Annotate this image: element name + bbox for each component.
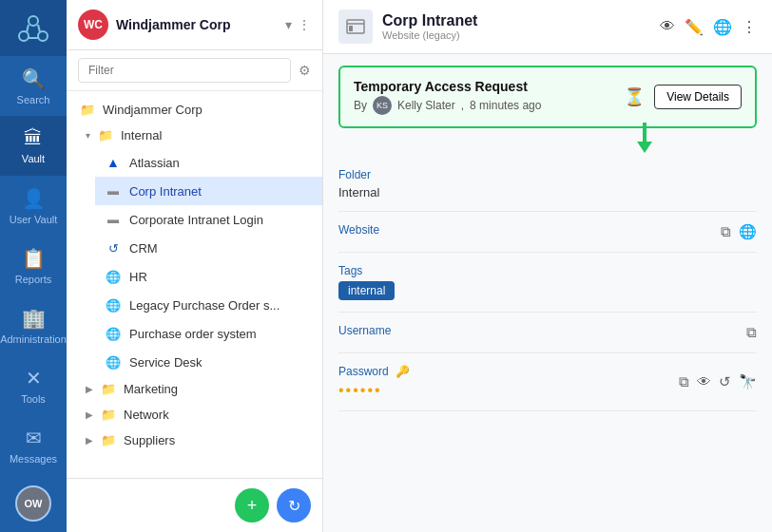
password-left: Password 🔑 •••••• bbox=[338, 365, 410, 399]
add-button[interactable]: + bbox=[235, 488, 269, 522]
folder-icon-marketing: 📁 bbox=[101, 382, 116, 396]
sidebar: WC Windjammer Corp ▾ ⋮ ⚙ 📁 Windjammer Co… bbox=[67, 0, 323, 532]
main-content: Corp Intranet Website (legacy) 👁 ✏️ 🌐 ⋮ … bbox=[323, 0, 772, 532]
main-header: Corp Intranet Website (legacy) 👁 ✏️ 🌐 ⋮ bbox=[323, 0, 772, 54]
tree-container: 📁 Windjammer Corp ▾ 📁 Internal ▲ Atlassi… bbox=[67, 91, 322, 478]
globe-icon-service: 🌐 bbox=[105, 353, 122, 370]
history-icon[interactable]: ↺ bbox=[719, 373, 731, 390]
copy-password-icon[interactable]: ⧉ bbox=[679, 373, 689, 390]
user-avatar: KS bbox=[373, 96, 392, 115]
copy-username-icon[interactable]: ⧉ bbox=[746, 324, 757, 341]
password-actions: ⧉ 👁 ↺ 🔭 bbox=[679, 373, 757, 390]
folder-value: Internal bbox=[338, 185, 757, 200]
user-vault-icon: 👤 bbox=[22, 187, 46, 210]
folder-icon: 📁 bbox=[98, 128, 113, 142]
svg-point-0 bbox=[29, 16, 38, 26]
workspace-header: WC Windjammer Corp ▾ ⋮ bbox=[67, 0, 322, 50]
globe-icon[interactable]: 🌐 bbox=[713, 18, 732, 36]
globe-icon: 🌐 bbox=[105, 268, 122, 285]
tools-icon: ✕ bbox=[26, 367, 42, 390]
tree-item-service-desk[interactable]: 🌐 Service Desk bbox=[95, 348, 322, 376]
workspace-name: Windjammer Corp bbox=[116, 17, 278, 32]
username-row: Username ⧉ bbox=[338, 313, 757, 353]
chevron-right-icon: ▶ bbox=[86, 384, 93, 394]
login-icon: ▬ bbox=[105, 211, 122, 228]
details-section: Folder Internal Website ⧉ 🌐 Tags interna… bbox=[323, 157, 772, 532]
folder-internal[interactable]: ▾ 📁 Internal bbox=[80, 123, 322, 148]
entry-subtitle: Website (legacy) bbox=[382, 29, 477, 41]
show-password-icon[interactable]: 👁 bbox=[697, 373, 711, 390]
settings-icon[interactable]: ⚙ bbox=[299, 63, 311, 78]
banner-user: Kelly Slater bbox=[397, 99, 455, 112]
filter-bar: ⚙ bbox=[67, 50, 322, 91]
website-icon: ▬ bbox=[105, 182, 122, 200]
edit-icon[interactable]: ✏️ bbox=[685, 18, 704, 36]
banner-right: ⏳ View Details bbox=[624, 85, 742, 109]
copy-icon[interactable]: ⧉ bbox=[721, 223, 731, 240]
chevron-right-icon-suppliers: ▶ bbox=[86, 435, 93, 446]
password-label: Password 🔑 bbox=[338, 365, 410, 378]
folder-label: Folder bbox=[338, 168, 757, 181]
workspace-header-icons: ▾ ⋮ bbox=[285, 17, 311, 32]
tree-item-crm[interactable]: ↺ CRM bbox=[95, 234, 322, 262]
svg-rect-8 bbox=[349, 26, 353, 31]
filter-input[interactable] bbox=[78, 58, 291, 83]
workspace-avatar: WC bbox=[78, 10, 108, 40]
banner-left: Temporary Access Request By KS Kelly Sla… bbox=[354, 79, 541, 115]
folder-suppliers[interactable]: ▶ 📁 Suppliers bbox=[80, 428, 322, 453]
nav-administration[interactable]: 🏢 Administration bbox=[0, 296, 67, 356]
folder-icon-suppliers: 📁 bbox=[101, 433, 116, 447]
tree-item-hr[interactable]: 🌐 HR bbox=[95, 262, 322, 291]
entry-info: Corp Intranet Website (legacy) bbox=[382, 12, 477, 41]
tags-row: Tags internal bbox=[338, 253, 757, 313]
more-options-icon[interactable]: ⋮ bbox=[742, 18, 757, 36]
binoculars-icon[interactable]: 🔭 bbox=[739, 373, 757, 390]
administration-icon: 🏢 bbox=[22, 307, 46, 330]
folder-network[interactable]: ▶ 📁 Network bbox=[80, 402, 322, 428]
nav-search[interactable]: 🔍 Search bbox=[0, 56, 67, 116]
entry-icon bbox=[338, 10, 373, 44]
vault-icon: 🏛 bbox=[24, 127, 43, 149]
reports-icon: 📋 bbox=[22, 247, 46, 270]
website-label: Website bbox=[338, 223, 379, 240]
clock-icon: ⏳ bbox=[624, 86, 645, 107]
globe-link-icon[interactable]: 🌐 bbox=[739, 223, 757, 240]
atlassian-icon: ▲ bbox=[105, 154, 122, 171]
more-options-icon[interactable]: ⋮ bbox=[298, 17, 311, 32]
banner-by: By bbox=[354, 99, 367, 112]
svg-line-4 bbox=[38, 25, 40, 32]
nav-messages[interactable]: ✉ Messages bbox=[0, 416, 67, 476]
banner-separator: , bbox=[461, 99, 464, 112]
folder-marketing[interactable]: ▶ 📁 Marketing bbox=[80, 376, 322, 402]
nav-tools[interactable]: ✕ Tools bbox=[0, 356, 67, 416]
tree-item-corporate-intranet-login[interactable]: ▬ Corporate Intranet Login bbox=[95, 205, 322, 234]
password-row: Password 🔑 •••••• ⧉ 👁 ↺ 🔭 bbox=[338, 353, 757, 411]
sidebar-bottom-actions: + ↻ bbox=[67, 478, 322, 532]
nav-user-vault[interactable]: 👤 User Vault bbox=[0, 176, 67, 236]
chevron-down-icon[interactable]: ▾ bbox=[285, 17, 292, 32]
eye-icon[interactable]: 👁 bbox=[660, 18, 675, 36]
tree-item-legacy-purchase[interactable]: 🌐 Legacy Purchase Order s... bbox=[95, 291, 322, 319]
nav-reports[interactable]: 📋 Reports bbox=[0, 236, 67, 295]
tag-internal[interactable]: internal bbox=[338, 281, 395, 300]
password-dots: •••••• bbox=[338, 382, 410, 399]
tree-item-purchase-order[interactable]: 🌐 Purchase order system bbox=[95, 319, 322, 348]
username-label: Username bbox=[338, 324, 391, 337]
username-actions: ⧉ bbox=[746, 324, 757, 341]
nav-vault[interactable]: 🏛 Vault bbox=[0, 116, 67, 176]
globe-icon-legacy: 🌐 bbox=[105, 296, 122, 314]
folder-row: Folder Internal bbox=[338, 157, 757, 212]
tree-group-internal: ▾ 📁 Internal ▲ Atlassian ▬ Corp Intranet… bbox=[67, 123, 322, 453]
refresh-button[interactable]: ↻ bbox=[277, 488, 311, 522]
banner-title: Temporary Access Request bbox=[354, 79, 541, 94]
banner-subtitle: By KS Kelly Slater , 8 minutes ago bbox=[354, 96, 541, 115]
tree-item-atlassian[interactable]: ▲ Atlassian bbox=[95, 148, 322, 177]
owner-section[interactable]: OW bbox=[0, 476, 67, 532]
view-details-button[interactable]: View Details bbox=[654, 85, 742, 109]
entry-header-left: Corp Intranet Website (legacy) bbox=[338, 10, 477, 44]
app-logo bbox=[0, 0, 67, 56]
tree-item-corp-intranet[interactable]: ▬ Corp Intranet bbox=[95, 177, 322, 205]
banner-time: 8 minutes ago bbox=[470, 99, 541, 112]
folder-icon: 📁 bbox=[80, 103, 95, 117]
tree-root[interactable]: 📁 Windjammer Corp bbox=[67, 97, 322, 123]
